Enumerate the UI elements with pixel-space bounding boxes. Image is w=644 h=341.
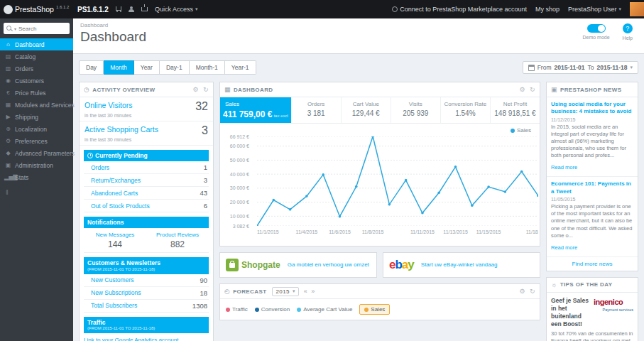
data-point[interactable]: [305, 195, 308, 197]
google-analytics-link[interactable]: Link to your Google Analytics account: [84, 337, 209, 341]
news-item-title[interactable]: Ecommerce 101: Payments in a Tweet: [551, 180, 633, 195]
new-subscriptions-row[interactable]: New Subscriptions18: [84, 287, 209, 300]
sidebar-item-label: Localization: [15, 126, 47, 133]
settings-icon[interactable]: ⚙: [520, 86, 525, 93]
forecast-prev-button[interactable]: «: [304, 288, 307, 295]
app-logo[interactable]: PrestaShop 1.6.1.2: [0, 5, 73, 14]
data-point[interactable]: [471, 205, 474, 207]
period-year-1-button[interactable]: Year-1: [225, 60, 256, 75]
forecast-traffic-option[interactable]: Traffic: [226, 306, 248, 313]
kpi-visits[interactable]: Visits 205 939: [391, 97, 441, 123]
user-menu[interactable]: PrestaShop User ▾: [568, 6, 621, 13]
shopgate-link[interactable]: Ga mobiel en verhoog uw omzet: [288, 261, 369, 269]
forecast-conversion-option[interactable]: Conversion: [255, 306, 290, 313]
read-more-link[interactable]: Read more: [551, 164, 577, 170]
sidebar-collapse-button[interactable]: ‖: [0, 183, 73, 196]
online-visitors-link[interactable]: Online Visitors: [84, 101, 133, 109]
user-avatar[interactable]: [630, 2, 644, 16]
data-point[interactable]: [272, 199, 275, 202]
period-month-button[interactable]: Month: [104, 60, 134, 75]
date-from-value: 2015-11-01: [554, 64, 584, 71]
dashboard-panel: ▦ DASHBOARD ⚙↻ Sales 411 759,00 €tax exc…: [219, 82, 540, 247]
avg-cart-dot-icon: [297, 308, 301, 312]
period-month-1-button[interactable]: Month-1: [190, 60, 225, 75]
forecast-year-select[interactable]: 2015▾: [272, 287, 298, 296]
total-subscribers-row[interactable]: Total Subscribers1308: [84, 300, 209, 313]
data-point[interactable]: [520, 170, 523, 173]
shopgate-logo: Shopgate: [226, 259, 280, 271]
sidebar-item-modules-and-services[interactable]: ▦Modules and Services: [0, 99, 73, 111]
activity-icon: ◷: [84, 86, 89, 93]
settings-icon[interactable]: ⚙: [193, 86, 199, 93]
new-messages-cell[interactable]: New Messages 144: [84, 228, 146, 252]
demo-mode-toggle[interactable]: [587, 24, 606, 33]
data-point[interactable]: [322, 173, 324, 176]
active-carts-link[interactable]: Active Shopping Carts: [84, 125, 158, 134]
forecast-sales-option[interactable]: Sales: [359, 304, 390, 315]
product-reviews-cell[interactable]: Product Reviews 882: [146, 228, 209, 252]
data-point[interactable]: [504, 190, 507, 193]
period-day-button[interactable]: Day: [79, 60, 104, 75]
quick-access-menu[interactable]: Quick Access ▾: [155, 6, 198, 13]
search-scope-caret-icon[interactable]: ▾: [14, 26, 16, 31]
customers-notification-icon[interactable]: [129, 6, 134, 12]
refresh-icon[interactable]: ↻: [530, 86, 535, 93]
new-customers-row[interactable]: New Customers90: [84, 274, 209, 287]
period-year-button[interactable]: Year: [134, 60, 160, 75]
data-point[interactable]: [371, 136, 374, 138]
sidebar-item-shipping[interactable]: ▶Shipping: [0, 111, 73, 123]
messages-notification-icon[interactable]: [141, 7, 148, 11]
out-of-stock-row[interactable]: Out of Stock Products6: [84, 200, 209, 212]
x-tick-label: 11/15/2015: [476, 229, 501, 234]
data-point[interactable]: [405, 179, 408, 182]
sidebar-item-advanced-parameters[interactable]: ◆Advanced Parameters: [0, 147, 73, 159]
sidebar-item-customers[interactable]: ◉Customers: [0, 75, 73, 87]
orders-notification-icon[interactable]: [116, 6, 121, 13]
settings-icon[interactable]: ⚙: [520, 288, 525, 295]
help-icon[interactable]: ?: [623, 23, 633, 33]
data-point[interactable]: [289, 208, 292, 211]
refresh-icon[interactable]: ↻: [203, 86, 209, 93]
date-range-picker[interactable]: From 2015-11-01 To 2015-11-18 ▾: [523, 61, 638, 74]
refresh-icon[interactable]: ↻: [530, 288, 535, 295]
kpi-cart-value[interactable]: Cart Value 129,44 €: [342, 97, 391, 123]
tips-text: 30 tot 70% van de consumenten in Europa …: [551, 330, 633, 341]
ebay-link[interactable]: Start uw eBay-winkel vandaag: [421, 261, 498, 269]
kpi-sales[interactable]: Sales 411 759,00 €tax excl.: [220, 97, 292, 123]
sidebar-item-catalog[interactable]: ▤Catalog: [0, 50, 73, 63]
my-shop-link[interactable]: My shop: [535, 6, 560, 13]
sidebar-item-administration[interactable]: ▣Administration: [0, 159, 73, 171]
sidebar-item-price-rules[interactable]: €Price Rules: [0, 87, 73, 99]
sidebar-item-preferences[interactable]: ⚙Preferences: [0, 135, 73, 147]
brand-version: 1.6.1.2: [56, 5, 69, 9]
pending-returns-row[interactable]: Return/Exchanges3: [84, 174, 209, 187]
read-more-link[interactable]: Read more: [551, 244, 577, 251]
sidebar-item-stats[interactable]: ▂▅▇Stats: [0, 171, 73, 183]
data-point[interactable]: [454, 166, 457, 168]
data-point[interactable]: [487, 185, 490, 188]
search-input[interactable]: [18, 26, 55, 32]
chevron-down-icon: ▾: [293, 288, 295, 294]
data-point[interactable]: [339, 215, 342, 218]
marketplace-link[interactable]: Connect to PrestaShop Marketplace accoun…: [392, 6, 527, 13]
sidebar-item-orders[interactable]: ▥Orders: [0, 63, 73, 75]
shopgate-name: Shopgate: [241, 260, 280, 270]
data-point[interactable]: [355, 185, 358, 188]
news-item-title[interactable]: Using social media for your business: 4 …: [551, 101, 633, 116]
kpi-net-profit[interactable]: Net Profit 148 918,51 €: [491, 97, 540, 123]
kpi-conversion-rate[interactable]: Conversion Rate 1.54%: [441, 97, 491, 123]
period-day-1-button[interactable]: Day-1: [160, 60, 190, 75]
kpi-orders[interactable]: Orders 3 181: [292, 97, 342, 123]
forecast-avg-cart-option[interactable]: Average Cart Value: [297, 306, 352, 313]
find-more-news-link[interactable]: Find more news: [547, 256, 638, 271]
sidebar-item-dashboard[interactable]: ⌂Dashboard: [0, 38, 73, 50]
abandoned-carts-row[interactable]: Abandoned Carts43: [84, 187, 209, 200]
online-visitors-sub: in the last 30 minutes: [84, 113, 208, 118]
data-point[interactable]: [421, 212, 424, 215]
pending-orders-row[interactable]: Orders1: [84, 161, 209, 174]
data-point[interactable]: [388, 203, 391, 206]
sidebar-item-localization[interactable]: ⊕Localization: [0, 123, 73, 135]
forecast-next-button[interactable]: »: [311, 288, 315, 295]
chart-legend[interactable]: Sales: [511, 127, 531, 134]
data-point[interactable]: [437, 191, 440, 194]
